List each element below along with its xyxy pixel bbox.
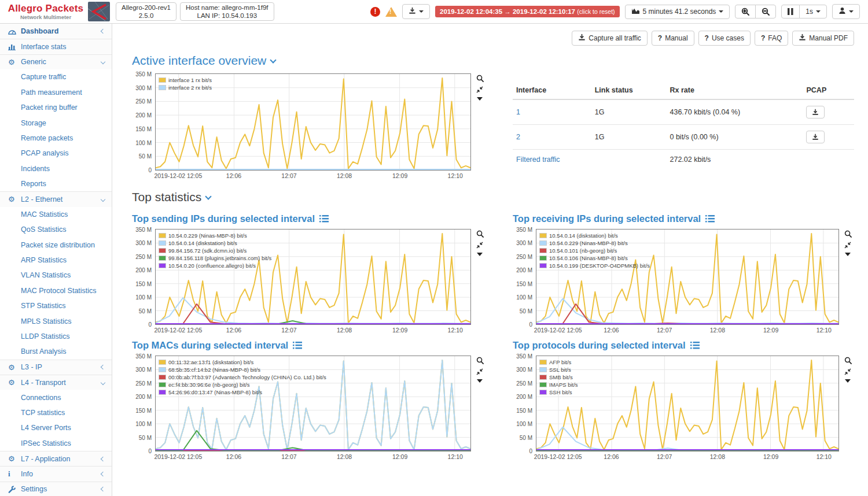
sidebar-item-remote-packets[interactable]: Remote packets xyxy=(0,131,112,146)
chart-compress-icon[interactable] xyxy=(476,86,483,93)
sidebar-item-l2-ethernet[interactable]: ⚙L2 - Ethernet xyxy=(0,191,112,206)
sidebar-item-ipsec-statistics[interactable]: IPSec Statistics xyxy=(0,436,112,451)
legend-label: 10.54.0.106 (Ninas-MBP-8) bit/s xyxy=(549,254,628,262)
chart-compress-icon[interactable] xyxy=(476,242,483,249)
sidebar-item-packet-size-distribution[interactable]: Packet size distribution xyxy=(0,237,112,252)
sidebar-item-mac-statistics[interactable]: MAC Statistics xyxy=(0,207,112,222)
chart-zoom-icon[interactable] xyxy=(844,357,852,364)
manual-pdf-button[interactable]: Manual PDF xyxy=(792,31,854,46)
chart-collapse-icon[interactable] xyxy=(845,253,851,256)
user-menu-button[interactable] xyxy=(832,4,860,19)
interface-link[interactable]: 1 xyxy=(516,108,520,116)
header-download-button[interactable] xyxy=(402,4,430,19)
sidebar-item-mac-protocol-statistics[interactable]: MAC Protocol Statistics xyxy=(0,283,112,298)
sidebar-item-pcap-analysis[interactable]: PCAP analysis xyxy=(0,146,112,161)
overview-section-title[interactable]: Active interface overview xyxy=(132,54,486,68)
chart-compress-icon[interactable] xyxy=(844,242,851,249)
chart-collapse-icon[interactable] xyxy=(477,379,483,383)
interval-selector-button[interactable]: 5 minutes 41.2 seconds xyxy=(625,5,730,19)
sidebar-item-l4-server-ports[interactable]: L4 Server Ports xyxy=(0,420,112,435)
warning-alert-icon[interactable]: ! xyxy=(385,7,397,17)
sidebar-item-burst-analysis[interactable]: Burst Analysis xyxy=(0,344,112,359)
sidebar-item-connections[interactable]: Connections xyxy=(0,390,112,405)
plot-area[interactable]: AFP bit/sSSL bit/sSMB bit/sIMAPS bit/sSS… xyxy=(536,356,839,451)
capture-all-traffic-button[interactable]: Capture all traffic xyxy=(572,31,648,46)
sidebar-item-settings[interactable]: Settings xyxy=(0,482,112,496)
plot-area[interactable]: interface 1 rx bit/sinterface 2 rx bit/s xyxy=(155,73,471,171)
legend-item: 00:11:32:ae:13:f1 (diskstation) bit/s xyxy=(159,358,326,366)
sidebar-item-info[interactable]: iInfo xyxy=(0,466,112,481)
x-tick-label: 12:07 xyxy=(657,453,672,460)
plot-area[interactable]: 10.54.0.14 (diskstation) bit/s10.54.0.22… xyxy=(536,229,839,325)
sidebar-item-tcp-statistics[interactable]: TCP statistics xyxy=(0,405,112,420)
top-sending-ips-title[interactable]: Top sending IPs during selected interval xyxy=(132,213,486,224)
sidebar-item-capture-traffic[interactable]: Capture traffic xyxy=(0,69,112,84)
y-tick-label: 300 M xyxy=(135,367,152,373)
sidebar-item-path-measurement[interactable]: Path measurement xyxy=(0,85,112,100)
pcap-download-button[interactable] xyxy=(806,131,825,143)
chart-legend: 10.54.0.229 (Ninas-MBP-8) bit/s10.54.0.1… xyxy=(159,232,271,269)
plot-area[interactable]: 00:11:32:ae:13:f1 (diskstation) bit/s68:… xyxy=(155,356,471,451)
sidebar-item-label: Generic xyxy=(21,58,101,66)
sidebar-item-label: LLDP Statistics xyxy=(21,332,105,340)
sidebar-item-label: Remote packets xyxy=(21,134,105,142)
sidebar-item-reports[interactable]: Reports xyxy=(0,176,112,191)
interface-link[interactable]: Filtered traffic xyxy=(516,156,560,164)
pause-button[interactable] xyxy=(781,5,800,18)
sidebar-item-label: Packet ring buffer xyxy=(21,103,105,112)
interface-link[interactable]: 2 xyxy=(516,133,520,141)
chart-collapse-icon[interactable] xyxy=(477,253,483,256)
legend-item: 10.54.0.20 (confluence.allegro) bit/s xyxy=(159,262,271,269)
device-model: Allegro-200-rev1 xyxy=(122,3,171,12)
top-statistics-section-title[interactable]: Top statistics xyxy=(132,190,854,204)
faq-button[interactable]: ? FAQ xyxy=(755,31,788,46)
series-line xyxy=(536,427,838,450)
table-row: 11G436.70 kbit/s (0.04 %) xyxy=(513,99,854,125)
zoom-out-button[interactable] xyxy=(755,5,776,18)
legend-swatch xyxy=(159,263,166,268)
chart-zoom-icon[interactable] xyxy=(844,230,852,238)
chart-zoom-icon[interactable] xyxy=(476,357,484,364)
top-protocols-title[interactable]: Top protocols during selected interval xyxy=(513,340,854,351)
sidebar-item-l3-ip[interactable]: ⚙L3 - IP xyxy=(0,360,112,375)
sidebar-item-dashboard[interactable]: Dashboard xyxy=(0,24,112,39)
legend-label: 10.54.0.101 (nb-georg) bit/s xyxy=(549,247,617,254)
chart-compress-icon[interactable] xyxy=(844,368,851,375)
selected-time-range-badge[interactable]: 2019-12-02 12:04:35 → 2019-12-02 12:10:1… xyxy=(435,6,620,17)
sidebar-item-packet-ring-buffer[interactable]: Packet ring buffer xyxy=(0,100,112,115)
use-cases-button[interactable]: ? Use cases xyxy=(698,31,751,46)
sidebar-item-lldp-statistics[interactable]: LLDP Statistics xyxy=(0,329,112,344)
gear-icon: ⚙ xyxy=(8,379,21,386)
top-receiving-ips-title[interactable]: Top receiving IPs during selected interv… xyxy=(513,213,854,224)
sidebar-item-l7-application[interactable]: ⚙L7 - Application xyxy=(0,451,112,466)
sidebar-nav: DashboardInterface stats⚙GenericCapture … xyxy=(0,24,112,496)
sidebar-item-incidents[interactable]: Incidents xyxy=(0,161,112,176)
legend-swatch xyxy=(159,256,166,261)
sidebar-item-interface-stats[interactable]: Interface stats xyxy=(0,39,112,54)
legend-swatch xyxy=(159,240,166,246)
pcap-download-button[interactable] xyxy=(806,106,825,119)
chart-collapse-icon[interactable] xyxy=(845,379,851,383)
manual-button[interactable]: ? Manual xyxy=(652,31,694,46)
sidebar-item-l4-transport[interactable]: ⚙L4 - Transport xyxy=(0,375,112,390)
sidebar-item-mpls-statistics[interactable]: MPLS Statistics xyxy=(0,313,112,328)
plot-area[interactable]: 10.54.0.229 (Ninas-MBP-8) bit/s10.54.0.1… xyxy=(155,229,471,325)
top-macs-title[interactable]: Top MACs during selected interval xyxy=(132,340,486,351)
chart-compress-icon[interactable] xyxy=(476,368,483,375)
chart-zoom-icon[interactable] xyxy=(476,75,484,82)
chart-zoom-icon[interactable] xyxy=(476,230,484,238)
x-tick-label: 12:10 xyxy=(816,453,832,460)
error-alert-icon[interactable]: ! xyxy=(370,7,380,17)
refresh-rate-button[interactable]: 1s xyxy=(799,5,827,18)
zoom-in-button[interactable] xyxy=(735,5,756,18)
legend-item: 99.84.156.72 (sdk.dcmn.io) bit/s xyxy=(159,247,271,254)
brand[interactable]: Allegro Packets Network Multimeter xyxy=(0,0,112,23)
sidebar-item-generic[interactable]: ⚙Generic xyxy=(0,54,112,69)
chart-collapse-icon[interactable] xyxy=(477,97,483,101)
sidebar-item-arp-statistics[interactable]: ARP Statistics xyxy=(0,253,112,268)
link-status-cell xyxy=(591,150,667,170)
sidebar-item-vlan-statistics[interactable]: VLAN Statistics xyxy=(0,268,112,283)
sidebar-item-storage[interactable]: Storage xyxy=(0,115,112,130)
sidebar-item-stp-statistics[interactable]: STP Statistics xyxy=(0,298,112,313)
sidebar-item-qos-statistics[interactable]: QoS Statistics xyxy=(0,222,112,237)
